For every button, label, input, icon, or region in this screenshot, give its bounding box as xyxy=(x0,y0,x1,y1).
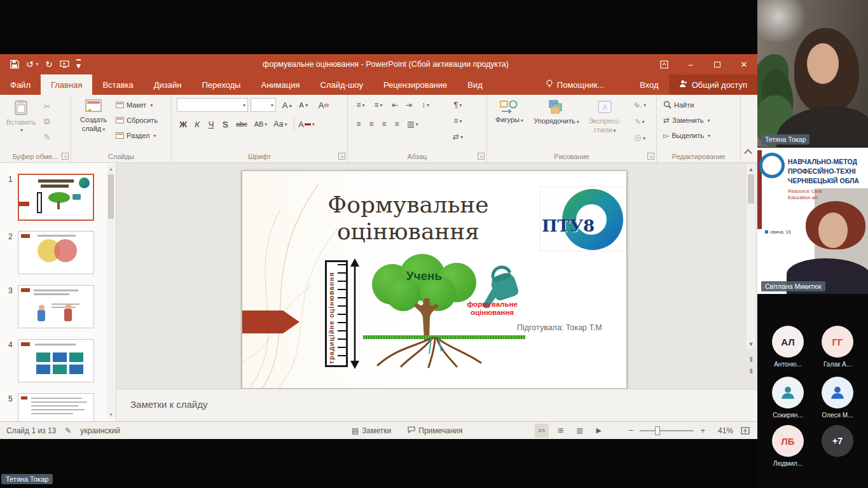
participant-avatar[interactable]: АЛ Антоню... xyxy=(764,326,812,368)
thumbnail-scrollbar[interactable]: ▲ ▼ xyxy=(107,164,115,419)
proofing-icon[interactable]: ✎ xyxy=(65,426,71,435)
strikethrough-button[interactable]: abc xyxy=(233,117,251,131)
line-spacing-button[interactable]: ↕▾ xyxy=(418,98,433,112)
scroll-down-icon[interactable]: ▼ xyxy=(747,339,755,349)
save-icon[interactable] xyxy=(10,60,19,69)
zoom-out-button[interactable]: − xyxy=(628,426,635,435)
overflow-participants-badge[interactable]: +7 xyxy=(813,425,862,460)
shape-fill-button[interactable]: ▾ xyxy=(628,99,651,111)
shape-outline-button[interactable]: ✎ ▾ xyxy=(628,115,651,128)
participant-avatar[interactable]: Олеся М... xyxy=(813,377,862,419)
tab-view[interactable]: Вид xyxy=(457,74,493,95)
scroll-down-icon[interactable]: ▼ xyxy=(107,410,115,419)
tree-label[interactable]: Учень xyxy=(368,269,480,283)
underline-button[interactable]: Ч xyxy=(205,117,217,131)
scrollbar-thumb[interactable] xyxy=(748,174,754,204)
slide-thumbnail-3[interactable] xyxy=(18,285,94,328)
slide-title[interactable]: Формувальне оцінювання xyxy=(311,192,506,246)
font-size-select[interactable]: ▾ xyxy=(251,98,276,112)
shape-effects-button[interactable]: ▾ xyxy=(628,132,651,144)
tab-transitions[interactable]: Переходы xyxy=(191,74,251,95)
editor-scrollbar[interactable]: ▲ ▼ ⇞ ⇟ xyxy=(747,164,755,387)
find-button[interactable]: Найти xyxy=(663,99,694,111)
ptu8-logo[interactable]: ПТУ8 xyxy=(540,186,626,251)
scroll-up-icon[interactable]: ▲ xyxy=(107,164,115,173)
tab-review[interactable]: Рецензирование xyxy=(373,74,457,95)
participant-avatar[interactable]: ЛБ Людмил... xyxy=(764,425,812,467)
slide-thumbnail-5[interactable] xyxy=(18,393,94,421)
slideshow-view-button[interactable]: ▶ xyxy=(592,424,606,438)
red-arrow-shape[interactable] xyxy=(242,310,300,333)
slide-sorter-view-button[interactable]: ⊞ xyxy=(554,424,568,438)
section-button[interactable]: Раздел ▾ xyxy=(116,129,156,142)
fit-slide-to-window-button[interactable] xyxy=(738,424,752,438)
scroll-up-icon[interactable]: ▲ xyxy=(747,164,755,174)
clear-formatting-button[interactable]: А xyxy=(315,98,332,112)
format-painter-button[interactable]: ✎ xyxy=(39,130,55,143)
quick-styles-button[interactable]: А Экспресс- стили▾ xyxy=(585,97,624,148)
zoom-percentage[interactable]: 41% xyxy=(712,426,733,435)
copy-button[interactable]: ⧉ xyxy=(39,115,55,128)
clipboard-dialog-launcher-icon[interactable]: ↘ xyxy=(62,153,69,160)
undo-icon[interactable]: ↺ xyxy=(26,60,34,69)
align-center-button[interactable]: ≡ xyxy=(366,117,377,131)
undo-dropdown-icon[interactable]: ▾ xyxy=(36,62,39,67)
text-shadow-button[interactable]: S xyxy=(219,117,231,131)
notes-placeholder[interactable]: Заметки к слайду xyxy=(130,399,208,410)
minimize-button[interactable]: – xyxy=(677,54,704,74)
slide-thumbnail-2[interactable] xyxy=(18,231,94,274)
increase-indent-button[interactable]: ⇥ xyxy=(403,98,415,112)
paste-button[interactable]: Вставить ▾ xyxy=(5,97,37,148)
layout-button[interactable]: Макет ▾ xyxy=(116,99,153,111)
bullets-button[interactable]: ≡▾ xyxy=(353,98,368,112)
redo-icon[interactable]: ↻ xyxy=(45,60,53,69)
text-direction-button[interactable]: ¶▾ xyxy=(448,98,467,112)
participant-avatar[interactable]: ГГ Галак А... xyxy=(813,326,862,368)
tab-assistant[interactable]: Помощник... xyxy=(537,74,613,95)
character-spacing-button[interactable]: АВ▾ xyxy=(253,117,268,131)
font-family-select[interactable]: ▾ xyxy=(177,98,248,112)
shapes-button[interactable]: Фигуры▾ xyxy=(491,97,528,148)
align-right-button[interactable]: ≡ xyxy=(378,117,390,131)
decrease-font-button[interactable]: А▼ xyxy=(296,98,312,112)
customize-toolbar-icon[interactable]: ▾ xyxy=(76,59,81,70)
zoom-in-button[interactable]: + xyxy=(699,426,706,435)
new-slide-button[interactable]: Создать слайд▾ xyxy=(75,97,112,148)
drawing-dialog-launcher-icon[interactable]: ↘ xyxy=(647,153,654,160)
slide-thumbnail-1[interactable] xyxy=(18,174,94,221)
start-slideshow-icon[interactable] xyxy=(60,60,69,68)
language-indicator[interactable]: украинский xyxy=(80,426,120,435)
notes-pane[interactable]: Заметки к слайду xyxy=(116,389,757,421)
participant-video-tetiana[interactable]: Тетяна Токар xyxy=(757,0,868,147)
tab-slideshow[interactable]: Слайд-шоу xyxy=(310,74,373,95)
slide-thumbnail-4[interactable] xyxy=(18,339,94,382)
arrange-button[interactable]: Упорядочить▾ xyxy=(530,97,582,148)
font-dialog-launcher-icon[interactable]: ↘ xyxy=(338,153,345,160)
increase-font-button[interactable]: А▲ xyxy=(280,98,295,112)
numbering-button[interactable]: ≡▾ xyxy=(371,98,386,112)
convert-smartart-button[interactable]: ⇄▾ xyxy=(448,130,467,144)
participant-video-svitlana[interactable]: НАВЧАЛЬНО-МЕТОД ПРОФЕСІЙНО-ТЕХНІ ЧЕРНІВЕ… xyxy=(757,148,868,294)
notes-toggle-button[interactable]: ▤ Заметки xyxy=(352,426,391,435)
tab-design[interactable]: Дизайн xyxy=(144,74,192,95)
traditional-assessment-ruler[interactable]: традиційне оцінювання xyxy=(325,260,348,367)
columns-button[interactable]: ▥▾ xyxy=(405,117,420,131)
font-color-button[interactable]: А▾ xyxy=(298,117,315,131)
next-slide-button[interactable]: ⇟ xyxy=(747,366,755,376)
zoom-slider-thumb[interactable] xyxy=(655,426,660,435)
reset-button[interactable]: Сбросить xyxy=(116,114,158,127)
prepared-by-label[interactable]: Підготувала: Токар Т.М xyxy=(517,323,619,332)
align-text-button[interactable]: ≡▾ xyxy=(448,114,467,128)
tab-home[interactable]: Главная xyxy=(41,74,92,95)
tab-file[interactable]: Файл xyxy=(0,74,41,95)
select-button[interactable]: ▻ Выделить ▾ xyxy=(663,129,710,142)
normal-view-button[interactable]: ▭ xyxy=(535,424,549,438)
scrollbar-thumb[interactable] xyxy=(108,174,114,219)
change-case-button[interactable]: Аа▾ xyxy=(272,117,289,131)
participant-avatar[interactable]: Сокирян... xyxy=(764,377,812,419)
tab-insert[interactable]: Вставка xyxy=(92,74,143,95)
justify-button[interactable]: ≡ xyxy=(391,117,403,131)
close-button[interactable]: ✕ xyxy=(731,54,757,74)
sign-in-button[interactable]: Вход xyxy=(630,74,668,95)
maximize-button[interactable] xyxy=(704,54,731,74)
